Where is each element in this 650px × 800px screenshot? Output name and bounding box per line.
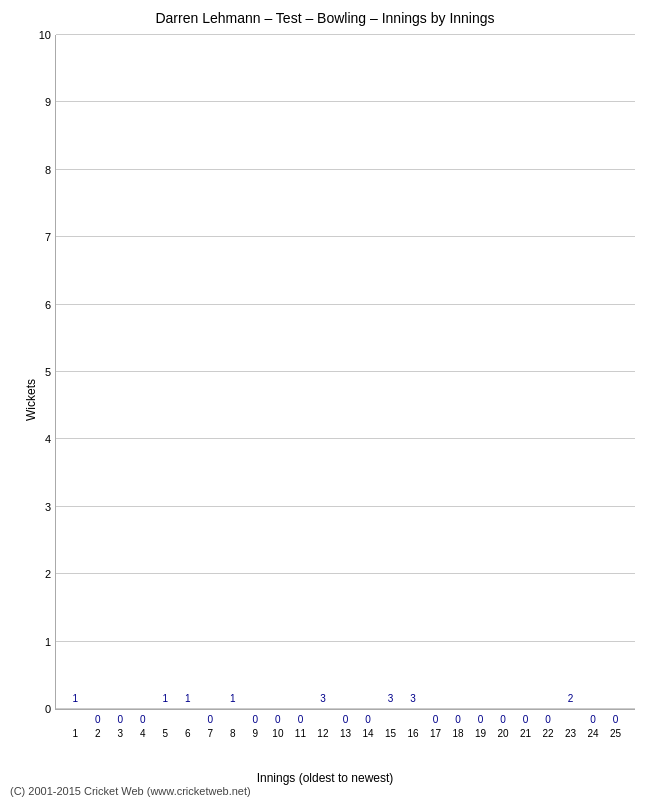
x-tick-1: 1 — [72, 728, 78, 739]
x-tick-5: 5 — [163, 728, 169, 739]
bar-zero-label-14: 0 — [365, 714, 371, 725]
y-tick-4: 4 — [45, 433, 51, 445]
chart-area: 0123456789101120304051617081901001101231… — [55, 35, 635, 710]
bar-zero-label-4: 0 — [140, 714, 146, 725]
x-tick-2: 2 — [95, 728, 101, 739]
y-tick-7: 7 — [45, 231, 51, 243]
x-tick-23: 23 — [565, 728, 576, 739]
x-tick-19: 19 — [475, 728, 486, 739]
bar-zero-label-24: 0 — [590, 714, 596, 725]
x-tick-4: 4 — [140, 728, 146, 739]
y-tick-6: 6 — [45, 299, 51, 311]
x-tick-10: 10 — [272, 728, 283, 739]
chart-title: Darren Lehmann – Test – Bowling – Inning… — [0, 0, 650, 31]
bar-zero-label-18: 0 — [455, 714, 461, 725]
bar-label-16: 3 — [410, 693, 416, 704]
x-tick-20: 20 — [497, 728, 508, 739]
x-tick-16: 16 — [407, 728, 418, 739]
y-tick-8: 8 — [45, 164, 51, 176]
bar-zero-label-22: 0 — [545, 714, 551, 725]
copyright: (C) 2001-2015 Cricket Web (www.cricketwe… — [10, 785, 251, 797]
bar-label-1: 1 — [72, 693, 78, 704]
y-tick-0: 0 — [45, 703, 51, 715]
y-tick-5: 5 — [45, 366, 51, 378]
bar-zero-label-25: 0 — [613, 714, 619, 725]
bar-label-6: 1 — [185, 693, 191, 704]
bar-label-5: 1 — [163, 693, 169, 704]
x-tick-17: 17 — [430, 728, 441, 739]
bar-zero-label-9: 0 — [253, 714, 259, 725]
x-tick-22: 22 — [543, 728, 554, 739]
bar-zero-label-3: 0 — [118, 714, 124, 725]
bar-zero-label-13: 0 — [343, 714, 349, 725]
x-tick-25: 25 — [610, 728, 621, 739]
chart-container: Darren Lehmann – Test – Bowling – Inning… — [0, 0, 650, 800]
x-tick-9: 9 — [253, 728, 259, 739]
x-tick-15: 15 — [385, 728, 396, 739]
x-tick-8: 8 — [230, 728, 236, 739]
x-tick-21: 21 — [520, 728, 531, 739]
bar-label-23: 2 — [568, 693, 574, 704]
x-tick-24: 24 — [588, 728, 599, 739]
y-tick-3: 3 — [45, 501, 51, 513]
y-tick-2: 2 — [45, 568, 51, 580]
x-tick-14: 14 — [362, 728, 373, 739]
x-tick-7: 7 — [208, 728, 214, 739]
y-tick-10: 10 — [39, 29, 51, 41]
x-tick-12: 12 — [317, 728, 328, 739]
x-tick-11: 11 — [295, 728, 306, 739]
x-tick-3: 3 — [118, 728, 124, 739]
bars-wrapper: 1120304051617081901001101231301401531631… — [56, 35, 635, 709]
bar-zero-label-21: 0 — [523, 714, 529, 725]
bar-zero-label-7: 0 — [208, 714, 214, 725]
bar-zero-label-10: 0 — [275, 714, 281, 725]
bar-zero-label-20: 0 — [500, 714, 506, 725]
x-tick-6: 6 — [185, 728, 191, 739]
bar-label-12: 3 — [320, 693, 326, 704]
bar-label-15: 3 — [388, 693, 394, 704]
y-tick-1: 1 — [45, 636, 51, 648]
y-tick-9: 9 — [45, 96, 51, 108]
x-tick-18: 18 — [452, 728, 463, 739]
bar-zero-label-17: 0 — [433, 714, 439, 725]
bar-zero-label-11: 0 — [298, 714, 304, 725]
bar-label-8: 1 — [230, 693, 236, 704]
bar-zero-label-19: 0 — [478, 714, 484, 725]
y-axis-label: Wickets — [24, 379, 38, 421]
x-axis-label: Innings (oldest to newest) — [257, 771, 394, 785]
bar-zero-label-2: 0 — [95, 714, 101, 725]
x-tick-13: 13 — [340, 728, 351, 739]
